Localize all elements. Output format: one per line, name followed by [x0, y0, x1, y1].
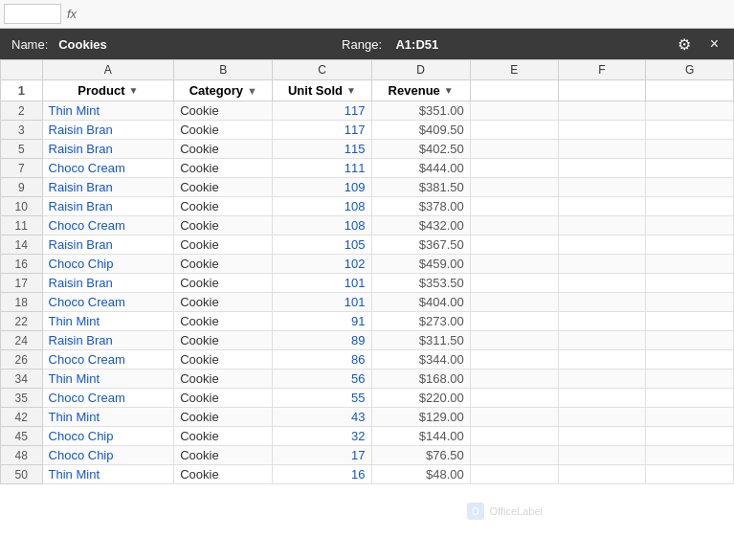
cell-revenue[interactable]: $402.50	[371, 140, 470, 159]
cell-revenue[interactable]: $381.50	[371, 178, 470, 197]
cell-revenue[interactable]: $344.00	[371, 350, 470, 370]
cell-unitsold[interactable]: 16	[273, 465, 371, 484]
cell-product[interactable]: Thin Mint	[42, 465, 174, 484]
cell-reference[interactable]: A1	[4, 4, 61, 24]
header-unitsold[interactable]: Unit Sold ▼	[273, 80, 371, 101]
header-product[interactable]: Product ▼	[42, 80, 174, 101]
cell-unitsold[interactable]: 109	[273, 178, 371, 197]
cell-revenue[interactable]: $144.00	[371, 427, 470, 446]
cell-category[interactable]: Cookie	[174, 408, 273, 427]
cell-product[interactable]: Choco Cream	[42, 293, 174, 312]
col-header-f[interactable]: F	[558, 60, 646, 80]
cell-revenue[interactable]: $220.00	[371, 389, 470, 408]
cell-revenue[interactable]: $367.50	[371, 235, 470, 255]
cell-product[interactable]: Raisin Bran	[42, 121, 174, 140]
cell-category[interactable]: Cookie	[174, 331, 273, 350]
cell-revenue[interactable]: $311.50	[371, 331, 470, 350]
cell-revenue[interactable]: $404.00	[371, 293, 470, 312]
cell-product[interactable]: Choco Cream	[42, 389, 174, 408]
col-header-d[interactable]: D	[371, 60, 470, 80]
col-header-a[interactable]: A	[42, 60, 174, 80]
cell-category[interactable]: Cookie	[174, 121, 273, 140]
cell-unitsold[interactable]: 86	[273, 350, 371, 370]
row-num: 50	[1, 465, 43, 484]
cell-unitsold[interactable]: 101	[273, 293, 371, 312]
cell-product[interactable]: Choco Cream	[42, 216, 174, 235]
cell-unitsold[interactable]: 105	[273, 235, 371, 255]
cell-product[interactable]: Raisin Bran	[42, 331, 174, 350]
cell-category[interactable]: Cookie	[174, 140, 273, 159]
cell-revenue[interactable]: $432.00	[371, 216, 470, 235]
category-filter-icon[interactable]: ▼	[247, 85, 257, 97]
cell-product[interactable]: Choco Chip	[42, 255, 174, 274]
cell-category[interactable]: Cookie	[174, 101, 273, 121]
cell-product[interactable]: Raisin Bran	[42, 140, 174, 159]
cell-product[interactable]: Raisin Bran	[42, 235, 174, 255]
cell-unitsold[interactable]: 43	[273, 408, 371, 427]
cell-revenue[interactable]: $353.50	[371, 274, 470, 293]
cell-category[interactable]: Cookie	[174, 446, 273, 465]
cell-category[interactable]: Cookie	[174, 235, 273, 255]
revenue-sort-icon[interactable]: ▼	[444, 85, 454, 96]
cell-unitsold[interactable]: 32	[273, 427, 371, 446]
cell-unitsold[interactable]: 108	[273, 216, 371, 235]
header-revenue[interactable]: Revenue ▼	[371, 80, 470, 101]
cell-category[interactable]: Cookie	[174, 312, 273, 331]
cell-revenue[interactable]: $444.00	[371, 159, 470, 178]
cell-category[interactable]: Cookie	[174, 465, 273, 484]
cell-product[interactable]: Raisin Bran	[42, 197, 174, 216]
cell-product[interactable]: Thin Mint	[42, 312, 174, 331]
cell-revenue[interactable]: $351.00	[371, 101, 470, 121]
cell-category[interactable]: Cookie	[174, 159, 273, 178]
cell-unitsold[interactable]: 56	[273, 370, 371, 389]
cell-category[interactable]: Cookie	[174, 274, 273, 293]
cell-unitsold[interactable]: 89	[273, 331, 371, 350]
cell-category[interactable]: Cookie	[174, 293, 273, 312]
cell-revenue[interactable]: $129.00	[371, 408, 470, 427]
cell-product[interactable]: Choco Chip	[42, 446, 174, 465]
cell-revenue[interactable]: $168.00	[371, 370, 470, 389]
cell-category[interactable]: Cookie	[174, 427, 273, 446]
unitsold-sort-icon[interactable]: ▼	[346, 85, 356, 96]
product-sort-icon[interactable]: ▼	[128, 85, 138, 96]
cell-category[interactable]: Cookie	[174, 197, 273, 216]
col-header-e[interactable]: E	[470, 60, 558, 80]
cell-revenue[interactable]: $48.00	[371, 465, 470, 484]
cell-unitsold[interactable]: 108	[273, 197, 371, 216]
cell-revenue[interactable]: $378.00	[371, 197, 470, 216]
cell-product[interactable]: Raisin Bran	[42, 274, 174, 293]
cell-product[interactable]: Raisin Bran	[42, 178, 174, 197]
cell-product[interactable]: Choco Chip	[42, 427, 174, 446]
cell-unitsold[interactable]: 102	[273, 255, 371, 274]
cell-unitsold[interactable]: 55	[273, 389, 371, 408]
cell-category[interactable]: Cookie	[174, 370, 273, 389]
cell-revenue[interactable]: $273.00	[371, 312, 470, 331]
close-button[interactable]: ×	[706, 34, 723, 55]
cell-revenue[interactable]: $459.00	[371, 255, 470, 274]
cell-product[interactable]: Choco Cream	[42, 350, 174, 370]
settings-button[interactable]: ⚙	[674, 34, 695, 56]
cell-unitsold[interactable]: 115	[273, 140, 371, 159]
cell-unitsold[interactable]: 17	[273, 446, 371, 465]
cell-product[interactable]: Choco Cream	[42, 159, 174, 178]
cell-unitsold[interactable]: 117	[273, 101, 371, 121]
cell-unitsold[interactable]: 111	[273, 159, 371, 178]
cell-product[interactable]: Thin Mint	[42, 370, 174, 389]
cell-product[interactable]: Thin Mint	[42, 101, 174, 121]
cell-unitsold[interactable]: 117	[273, 121, 371, 140]
cell-category[interactable]: Cookie	[174, 350, 273, 370]
col-header-c[interactable]: C	[273, 60, 371, 80]
cell-category[interactable]: Cookie	[174, 178, 273, 197]
cell-product[interactable]: Thin Mint	[42, 408, 174, 427]
cell-unitsold[interactable]: 101	[273, 274, 371, 293]
formula-input[interactable]: Product	[82, 7, 730, 21]
col-header-b[interactable]: B	[174, 60, 273, 80]
cell-unitsold[interactable]: 91	[273, 312, 371, 331]
col-header-g[interactable]: G	[646, 60, 734, 80]
cell-category[interactable]: Cookie	[174, 255, 273, 274]
cell-revenue[interactable]: $409.50	[371, 121, 470, 140]
cell-category[interactable]: Cookie	[174, 389, 273, 408]
header-category[interactable]: Category ▼	[174, 80, 273, 101]
cell-category[interactable]: Cookie	[174, 216, 273, 235]
cell-revenue[interactable]: $76.50	[371, 446, 470, 465]
